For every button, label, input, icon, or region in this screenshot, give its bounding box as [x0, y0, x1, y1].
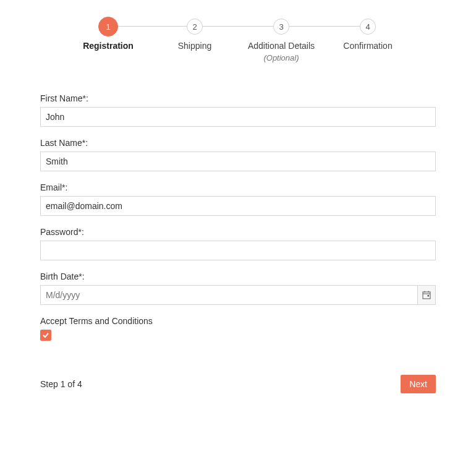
step-label: Registration: [83, 41, 134, 51]
step-circle: 1: [98, 17, 118, 36]
step-circle: 2: [187, 19, 203, 35]
last-name-group: Last Name*:: [40, 138, 436, 171]
step-label: Confirmation: [343, 41, 392, 51]
check-icon: [42, 332, 49, 339]
step-confirmation[interactable]: 4 Confirmation: [325, 19, 411, 62]
step-label: Shipping: [178, 41, 212, 51]
first-name-group: First Name*:: [40, 93, 436, 127]
birth-date-label: Birth Date*:: [40, 272, 436, 281]
password-group: Password*:: [40, 227, 436, 260]
svg-rect-0: [423, 292, 430, 299]
footer: Step 1 of 4 Next: [40, 375, 436, 393]
terms-checkbox[interactable]: [40, 330, 51, 341]
step-additional-details[interactable]: 3 Additional Details (Optional): [238, 19, 325, 62]
email-group: Email*:: [40, 182, 436, 216]
step-label: Additional Details: [248, 41, 315, 51]
step-sublabel: (Optional): [263, 53, 299, 62]
terms-label: Accept Terms and Conditions: [40, 316, 436, 326]
email-input[interactable]: [40, 196, 436, 216]
svg-rect-4: [428, 295, 430, 297]
first-name-label: First Name*:: [40, 93, 436, 103]
step-shipping[interactable]: 2 Shipping: [151, 19, 238, 62]
first-name-input[interactable]: [40, 107, 436, 127]
calendar-button[interactable]: [417, 285, 436, 305]
step-registration[interactable]: 1 Registration: [65, 19, 151, 62]
next-button[interactable]: Next: [401, 375, 436, 393]
birth-date-group: Birth Date*:: [40, 272, 436, 305]
last-name-input[interactable]: [40, 152, 436, 171]
password-label: Password*:: [40, 227, 436, 237]
password-input[interactable]: [40, 241, 436, 260]
terms-group: Accept Terms and Conditions: [40, 316, 436, 341]
birth-date-input[interactable]: [40, 285, 417, 305]
calendar-icon: [422, 291, 431, 299]
last-name-label: Last Name*:: [40, 138, 436, 148]
step-circle: 4: [360, 19, 376, 35]
email-label: Email*:: [40, 182, 436, 192]
step-indicator: Step 1 of 4: [40, 379, 82, 389]
stepper: 1 Registration 2 Shipping 3 Additional D…: [40, 19, 436, 62]
step-circle: 3: [273, 19, 289, 35]
